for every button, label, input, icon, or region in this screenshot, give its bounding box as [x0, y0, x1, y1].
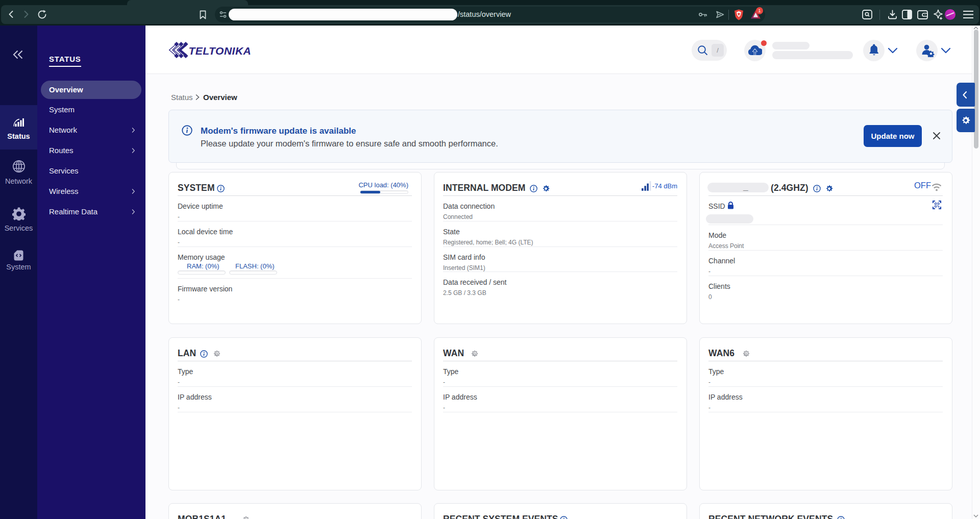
- svg-text:TELTONIKA: TELTONIKA: [189, 45, 252, 57]
